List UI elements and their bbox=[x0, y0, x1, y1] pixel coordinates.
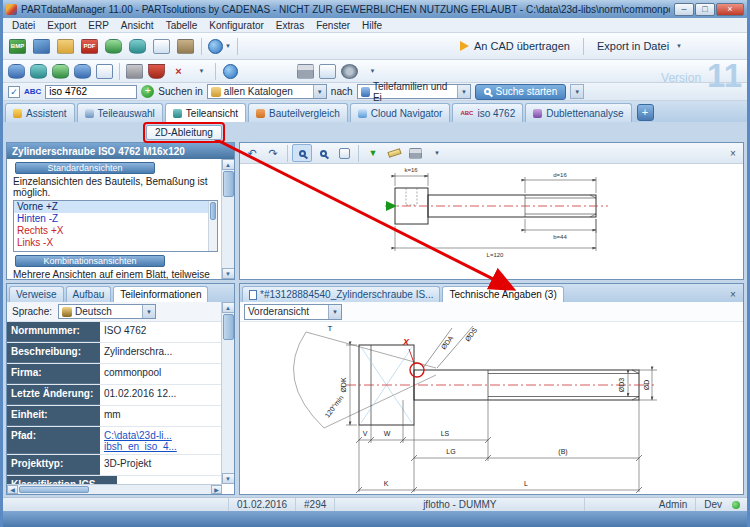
search-input[interactable] bbox=[45, 85, 137, 99]
start-search-button[interactable]: Suche starten bbox=[475, 84, 567, 100]
search-type-select[interactable]: Teilefamilien und Ei ▼ bbox=[357, 84, 471, 99]
db-teal-button[interactable] bbox=[28, 62, 49, 81]
tab-teileansicht[interactable]: Teileansicht bbox=[165, 103, 246, 122]
close-button[interactable]: × bbox=[716, 3, 744, 16]
export-drawing-button[interactable]: ▼ bbox=[426, 144, 446, 162]
table-view-button[interactable] bbox=[94, 62, 115, 81]
list-item-links[interactable]: Links -X bbox=[14, 237, 217, 249]
menu-export[interactable]: Export bbox=[41, 20, 82, 31]
angle-construction-lines bbox=[294, 332, 436, 428]
scroll-down-icon[interactable]: ▼ bbox=[222, 473, 235, 484]
close-panel-icon[interactable]: × bbox=[725, 287, 741, 302]
maximize-button[interactable]: □ bbox=[695, 3, 715, 16]
redo-view-button[interactable]: ↷ bbox=[263, 144, 283, 162]
list-item-rechts[interactable]: Rechts +X bbox=[14, 225, 217, 237]
tab-verweise[interactable]: Verweise bbox=[9, 286, 64, 302]
tab-cloud-navigator[interactable]: Cloud Navigator bbox=[350, 103, 451, 122]
scroll-left-icon[interactable]: ◀ bbox=[7, 485, 18, 494]
pan-button[interactable] bbox=[334, 144, 354, 162]
database-green-button[interactable] bbox=[102, 35, 125, 57]
tab-iso-4762[interactable]: ABCiso 4762 bbox=[452, 103, 523, 122]
minimize-button[interactable]: – bbox=[674, 3, 694, 16]
tab-document[interactable]: *#13128884540_Zylinderschraube IS... bbox=[242, 286, 440, 302]
print-button[interactable] bbox=[295, 62, 316, 81]
menu-fenster[interactable]: Fenster bbox=[310, 20, 356, 31]
undo-view-button[interactable]: ↶ bbox=[242, 144, 262, 162]
export-file-button[interactable]: Export in Datei ▼ bbox=[588, 36, 691, 57]
list-scrollbar[interactable] bbox=[208, 201, 217, 251]
add-search-icon[interactable]: + bbox=[141, 85, 154, 98]
insert-view-button[interactable]: ▼ bbox=[363, 144, 383, 162]
zoom-in-button[interactable] bbox=[292, 144, 312, 162]
panel-scrollbar[interactable]: ▲ ▼ bbox=[221, 159, 234, 279]
scroll-up-icon[interactable]: ▲ bbox=[222, 302, 235, 313]
measure-button[interactable] bbox=[384, 144, 404, 162]
document-3d-button[interactable] bbox=[150, 35, 173, 57]
panel-title: Zylinderschraube ISO 4762 M16x120 bbox=[7, 143, 234, 159]
zoom-fit-button[interactable] bbox=[313, 144, 333, 162]
db-green-button[interactable] bbox=[50, 62, 71, 81]
path-link[interactable]: C:\data\23d-li... bbox=[104, 430, 217, 441]
menu-ansicht[interactable]: Ansicht bbox=[115, 20, 160, 31]
export-image-button[interactable] bbox=[30, 35, 53, 57]
cad-transfer-button[interactable]: An CAD übertragen bbox=[451, 36, 579, 57]
database-copy-button[interactable] bbox=[126, 35, 149, 57]
view-listbox[interactable]: Vorne +Z Hinten -Z Rechts +X Links -X bbox=[13, 200, 218, 252]
scroll-down-icon[interactable]: ▼ bbox=[222, 268, 235, 279]
add-tab-button[interactable]: + bbox=[637, 104, 654, 121]
tab-technische-angaben[interactable]: Technische Angaben (3) bbox=[442, 286, 563, 302]
search-options-button[interactable]: ▼ bbox=[570, 84, 584, 99]
menu-hilfe[interactable]: Hilfe bbox=[356, 20, 388, 31]
print-drawing-button[interactable] bbox=[405, 144, 425, 162]
tab-dublettenanalyse[interactable]: Dublettenanalyse bbox=[525, 103, 631, 122]
close-panel-icon[interactable]: × bbox=[725, 146, 741, 161]
delete-button[interactable]: × bbox=[168, 62, 189, 81]
open-folder-button[interactable] bbox=[54, 35, 77, 57]
scroll-right-icon[interactable]: ▶ bbox=[211, 485, 222, 494]
menu-tabelle[interactable]: Tabelle bbox=[160, 20, 204, 31]
cad-arrow-icon bbox=[460, 41, 469, 51]
refresh-button[interactable] bbox=[220, 62, 241, 81]
scrollbar-thumb[interactable] bbox=[223, 314, 234, 340]
drawing-toolbar: ↶ ↷ ▼ ▼ × bbox=[240, 143, 743, 164]
tools-button[interactable] bbox=[124, 62, 145, 81]
list-item-vorne[interactable]: Vorne +Z bbox=[14, 201, 217, 213]
dim-label-k: k=16 bbox=[404, 167, 418, 173]
clipboard-button[interactable] bbox=[174, 35, 197, 57]
filter-checkbox[interactable]: ✓ bbox=[8, 86, 20, 98]
db-edit-button[interactable] bbox=[72, 62, 93, 81]
sync-button[interactable]: ▼ bbox=[206, 35, 233, 57]
menu-konfigurator[interactable]: Konfigurator bbox=[203, 20, 269, 31]
panel-scrollbar[interactable]: ▲ ▼ bbox=[221, 302, 234, 484]
language-select[interactable]: Deutsch ▼ bbox=[58, 304, 156, 319]
tab-assistent[interactable]: Assistent bbox=[5, 103, 75, 122]
status-mode: Dev bbox=[696, 498, 730, 511]
scroll-up-icon[interactable]: ▲ bbox=[222, 159, 235, 170]
scrollbar-thumb[interactable] bbox=[223, 171, 234, 197]
scrollbar-thumb[interactable] bbox=[210, 202, 216, 220]
view-select[interactable]: Vorderansicht ▼ bbox=[244, 304, 342, 320]
more-options-button[interactable]: ▼ bbox=[190, 62, 211, 81]
menu-extras[interactable]: Extras bbox=[270, 20, 310, 31]
preview-button[interactable] bbox=[317, 62, 338, 81]
settings-button[interactable] bbox=[339, 62, 360, 81]
catalog-select[interactable]: allen Katalogen ▼ bbox=[207, 84, 327, 99]
list-item-hinten[interactable]: Hinten -Z bbox=[14, 213, 217, 225]
scrollbar-thumb[interactable] bbox=[19, 486, 89, 493]
tab-teileinformationen[interactable]: Teileinformationen bbox=[113, 286, 208, 302]
tab-teileauswahl[interactable]: Teileauswahl bbox=[77, 103, 163, 122]
export-bmp-button[interactable]: BMP bbox=[6, 35, 29, 57]
tab-2d-ableitung[interactable]: 2D-Ableitung bbox=[146, 125, 222, 140]
tab-bauteilvergleich[interactable]: Bauteilvergleich bbox=[248, 103, 348, 122]
menu-datei[interactable]: Datei bbox=[6, 20, 41, 31]
menu-erp[interactable]: ERP bbox=[82, 20, 115, 31]
path-link-2[interactable]: ibsh_en_iso_4... bbox=[104, 441, 217, 452]
db-add-button[interactable] bbox=[6, 62, 27, 81]
export-pdf-button[interactable]: PDF bbox=[78, 35, 101, 57]
table-row: Letzte Änderung: 01.02.2016 12... bbox=[7, 385, 221, 406]
row-label: Firma: bbox=[7, 364, 100, 384]
horizontal-scrollbar[interactable]: ◀ ▶ bbox=[7, 484, 222, 494]
tab-aufbau[interactable]: Aufbau bbox=[66, 286, 112, 302]
view-options-button[interactable]: ▼ bbox=[361, 62, 382, 81]
magnet-button[interactable] bbox=[146, 62, 167, 81]
